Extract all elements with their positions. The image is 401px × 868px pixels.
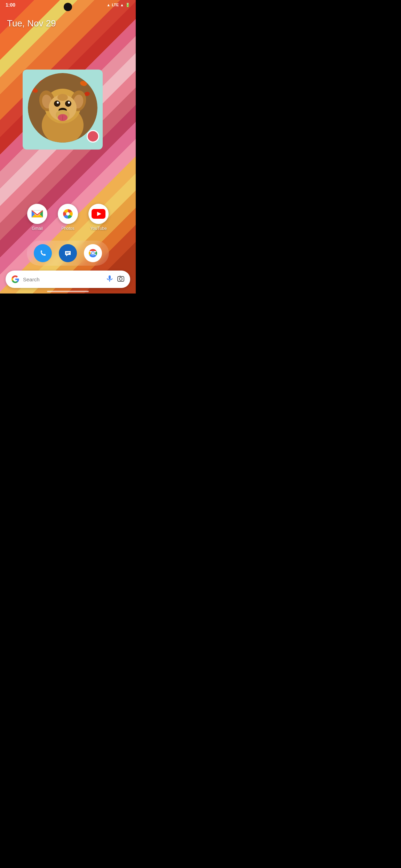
messages-icon	[63, 248, 73, 258]
dog-photo	[28, 73, 97, 143]
youtube-label: YouTube	[90, 226, 107, 231]
gmail-app[interactable]: Gmail	[27, 204, 47, 231]
mic-icon	[106, 275, 113, 282]
lte-label: LTE	[112, 3, 119, 7]
signal-icon: ▲	[120, 3, 124, 7]
svg-point-23	[66, 212, 70, 216]
svg-point-15	[68, 102, 70, 104]
svg-point-33	[92, 252, 94, 254]
battery-icon: 🔋	[125, 3, 130, 7]
gmail-icon-circle[interactable]	[27, 204, 47, 224]
photos-icon	[62, 208, 74, 220]
svg-rect-38	[119, 276, 121, 277]
svg-point-37	[119, 278, 122, 280]
status-time: 1:00	[6, 2, 15, 8]
chrome-app[interactable]	[84, 244, 102, 262]
status-icons: ▲ LTE ▲ 🔋	[107, 3, 130, 7]
youtube-app[interactable]: YouTube	[88, 204, 109, 231]
lens-search-button[interactable]	[117, 275, 125, 284]
svg-point-13	[65, 101, 71, 107]
messages-app[interactable]	[59, 244, 77, 262]
wifi-icon: ▲	[107, 3, 110, 7]
camera-notch	[64, 3, 72, 11]
bottom-bar-indicator	[47, 291, 89, 292]
record-button[interactable]	[87, 130, 99, 143]
dock	[27, 241, 109, 266]
svg-point-20	[57, 94, 68, 101]
camera-lens-icon	[117, 275, 125, 282]
svg-point-14	[57, 102, 59, 104]
photos-icon-circle[interactable]	[58, 204, 78, 224]
svg-point-26	[38, 248, 48, 258]
gmail-label: Gmail	[32, 226, 42, 231]
photo-widget[interactable]	[23, 70, 103, 150]
date-widget: Tue, Nov 29	[7, 18, 56, 29]
youtube-icon	[92, 209, 105, 219]
google-logo	[11, 275, 19, 283]
photos-label: Photos	[61, 226, 74, 231]
svg-rect-36	[118, 276, 124, 281]
chrome-icon	[87, 247, 99, 259]
youtube-icon-circle[interactable]	[88, 204, 109, 224]
search-bar[interactable]	[6, 271, 130, 288]
phone-app[interactable]	[34, 244, 52, 262]
gmail-icon	[31, 209, 43, 218]
svg-rect-34	[109, 275, 111, 279]
voice-search-button[interactable]	[106, 275, 113, 284]
app-icons-row: Gmail Photos YouTube	[0, 204, 136, 231]
date-label: Tue, Nov 29	[7, 18, 56, 29]
search-input[interactable]	[23, 276, 102, 282]
svg-point-12	[54, 101, 60, 107]
dog-image	[28, 73, 97, 143]
photos-app[interactable]: Photos	[58, 204, 78, 231]
phone-icon	[38, 248, 48, 258]
